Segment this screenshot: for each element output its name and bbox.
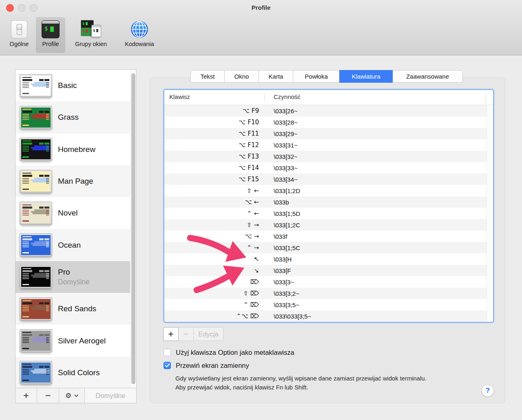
titlebar-toolbar: Profile Ogólne$Profile$$$Grupy okienKodo… [0, 0, 522, 55]
profile-list: BasicGrassHomebrewMan PageNovelOceanProD… [15, 70, 130, 388]
table-row[interactable]: ⌦\033[3~ [164, 276, 487, 288]
profile-row-red-sands[interactable]: Red Sands [15, 293, 130, 325]
window-title: Profile [0, 4, 522, 11]
action-cell: \033[3~ [274, 279, 294, 286]
column-header-key[interactable]: Klawisz [169, 93, 190, 100]
key-cell: ⇧ → [164, 221, 259, 229]
profile-thumbnail [20, 233, 52, 257]
profile-thumbnail [20, 361, 52, 384]
profile-thumbnail [20, 106, 52, 129]
key-cell: ⌥ F15 [164, 176, 259, 183]
profile-row-man-page[interactable]: Man Page [15, 165, 130, 197]
edit-shortcut-button[interactable]: Edycja [193, 327, 223, 341]
profile-actions-bar: + − ⚙ Domyślne [15, 388, 137, 403]
action-cell: \033[3;5~ [274, 301, 299, 308]
table-row[interactable]: ↘\033[F [164, 265, 487, 276]
table-row[interactable]: ⌥ ←\033b [164, 196, 487, 208]
shortcut-actions: + − Edycja [163, 327, 223, 341]
toolbar-item-label: Grupy okien [75, 41, 107, 47]
add-shortcut-button[interactable]: + [163, 327, 179, 341]
action-cell: \033b [274, 199, 289, 206]
sidebar-scrollbar[interactable] [130, 70, 136, 388]
add-profile-button[interactable]: + [15, 388, 37, 403]
table-row[interactable]: ⌥ F13\033[32~ [164, 151, 487, 162]
profile-thumbnail [20, 170, 52, 193]
profile-row-ocean[interactable]: Ocean [15, 229, 130, 261]
action-cell: \033[H [274, 256, 292, 263]
toolbar-item-label: Kodowania [125, 41, 154, 47]
table-row[interactable]: ⌥ F15\033[34~ [164, 174, 487, 185]
tab-karta[interactable]: Karta [259, 70, 293, 83]
column-divider [485, 93, 486, 102]
table-row[interactable]: ↖\033[H [164, 253, 487, 265]
table-header: Klawisz Czynność [164, 90, 493, 105]
column-header-action[interactable]: Czynność [274, 93, 301, 100]
window-group-icon: $$$ [80, 20, 102, 39]
remove-shortcut-button[interactable]: − [178, 327, 194, 341]
profile-row-solid-colors[interactable]: Solid Colors [15, 357, 130, 388]
table-row[interactable]: ⌥ F11\033[29~ [164, 128, 487, 139]
checkbox-row-2: Przewiń ekran zamienny [164, 359, 294, 372]
tab-klawiatura[interactable]: Klawiatura [339, 70, 393, 83]
help-text: Gdy wyświetlany jest ekran zamienny, wyś… [175, 374, 477, 392]
profile-thumbnail [20, 202, 52, 225]
profile-name: Pro [58, 268, 90, 277]
profile-gear-menu-button[interactable]: ⚙ [59, 388, 85, 403]
toolbar-item-general[interactable]: Ogólne [4, 17, 34, 53]
tab-zaawansowane[interactable]: Zaawansowane [392, 70, 463, 83]
profile-thumbnail [20, 265, 52, 288]
toolbar-item-window-groups[interactable]: $$$Grupy okien [67, 17, 115, 53]
table-scrollbar-track[interactable] [487, 105, 493, 322]
key-cell: ⇧ ⌦ [164, 290, 259, 297]
table-row[interactable]: ⌃ ⌦\033[3;5~ [164, 299, 487, 310]
help-button[interactable]: ? [482, 385, 494, 397]
action-cell: \033[26~ [274, 108, 298, 114]
table-row[interactable]: ⌥ F14\033[33~ [164, 162, 487, 174]
table-row[interactable]: ⇧ ⌦\033[3;2~ [164, 288, 487, 299]
tab-okno[interactable]: Okno [224, 70, 259, 83]
checkbox[interactable] [164, 349, 171, 356]
table-row[interactable]: ⌥ F9\033[26~ [164, 105, 487, 117]
table-row[interactable]: ⇧ ←\033[1;2D [164, 185, 487, 196]
table-row[interactable]: ⌃⌥ ⌦\033\033[3;5~ [164, 310, 487, 322]
profile-name: Basic [58, 81, 77, 90]
key-cell: ⌥ → [164, 233, 259, 240]
action-cell: \033[33~ [274, 165, 298, 172]
toolbar-item-encodings[interactable]: Kodowania [117, 17, 161, 53]
profile-default-badge: Domyślne [58, 278, 90, 286]
action-cell: \033[29~ [274, 130, 298, 137]
toolbar-item-profiles[interactable]: $Profile [36, 17, 65, 53]
set-default-button[interactable]: Domyślne [85, 388, 136, 403]
action-cell: \033[32~ [274, 153, 298, 160]
profile-row-basic[interactable]: Basic [15, 70, 130, 101]
action-cell: \033[31~ [274, 142, 298, 149]
profile-row-novel[interactable]: Novel [15, 197, 130, 229]
chevron-down-icon [74, 394, 78, 397]
action-cell: \033[28~ [274, 119, 298, 126]
profile-name: Man Page [58, 177, 93, 186]
tab-tekst[interactable]: Tekst [190, 70, 225, 83]
table-row[interactable]: ⌥ F10\033[28~ [164, 117, 487, 128]
key-cell: ⇧ ← [164, 187, 259, 194]
action-cell: \033[1;2C [274, 222, 300, 229]
sidebar-scrollbar-thumb[interactable] [131, 73, 135, 384]
toggle-switch-icon [11, 20, 27, 38]
key-cell: ⌥ F14 [164, 164, 259, 172]
checkbox[interactable] [164, 362, 171, 369]
table-row[interactable]: ⌃ ←\033[1;5D [164, 208, 487, 219]
profile-list-box: BasicGrassHomebrewMan PageNovelOceanProD… [15, 69, 137, 388]
profile-row-pro[interactable]: ProDomyślne [15, 261, 130, 293]
action-cell: \033[34~ [274, 176, 298, 183]
table-row[interactable]: ⌥ →\033f [164, 231, 487, 242]
profile-row-grass[interactable]: Grass [15, 101, 130, 133]
remove-profile-button[interactable]: − [37, 388, 59, 403]
table-row[interactable]: ⌃ →\033[1;5C [164, 242, 487, 253]
profile-row-homebrew[interactable]: Homebrew [15, 134, 130, 165]
table-row[interactable]: ⇧ →\033[1;2C [164, 219, 487, 231]
help-text-line2: Aby przewijać widok, naciśnij klawisz Fn… [175, 383, 477, 392]
table-row[interactable]: ⌥ F12\033[31~ [164, 139, 487, 151]
profile-thumbnail [20, 74, 52, 97]
profile-row-silver-aerogel[interactable]: Silver Aerogel [15, 325, 130, 356]
tab-pow-oka[interactable]: Powłoka [293, 70, 340, 83]
action-cell: \033[3;2~ [274, 290, 299, 297]
